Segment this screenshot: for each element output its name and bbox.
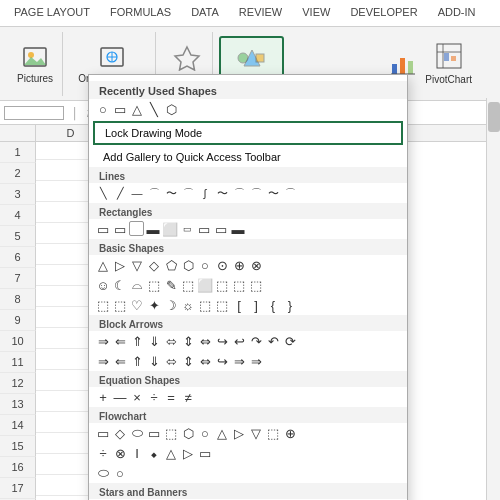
basic-23[interactable]: ♡ (129, 297, 145, 313)
arrow-19[interactable]: ⇔ (197, 353, 213, 369)
eq-2[interactable]: — (112, 389, 128, 405)
line-shape-11[interactable]: 〜 (265, 185, 281, 201)
arrow-16[interactable]: ⇓ (146, 353, 162, 369)
rect-2[interactable]: ▭ (112, 221, 128, 237)
tab-formulas[interactable]: FORMULAS (100, 0, 181, 26)
basic-20[interactable]: ⬚ (248, 277, 264, 293)
eq-1[interactable]: + (95, 389, 111, 405)
line-shape-7[interactable]: ∫ (197, 185, 213, 201)
line-shape-6[interactable]: ⌒ (180, 185, 196, 201)
basic-14[interactable]: ⬚ (146, 277, 162, 293)
recent-shape-3[interactable]: △ (129, 101, 145, 117)
line-shape-2[interactable]: ╱ (112, 185, 128, 201)
arrow-1[interactable]: ⇒ (95, 333, 111, 349)
flow-15[interactable]: I (129, 445, 145, 461)
arrow-2[interactable]: ⇐ (112, 333, 128, 349)
flow-10[interactable]: ▽ (248, 425, 264, 441)
basic-26[interactable]: ☼ (180, 297, 196, 313)
basic-4[interactable]: ◇ (146, 257, 162, 273)
basic-1[interactable]: △ (95, 257, 111, 273)
flow-11[interactable]: ⬚ (265, 425, 281, 441)
rect-9[interactable]: ▬ (230, 221, 246, 237)
flow-6[interactable]: ⬡ (180, 425, 196, 441)
eq-3[interactable]: × (129, 389, 145, 405)
arrow-11[interactable]: ↶ (265, 333, 281, 349)
eq-4[interactable]: ÷ (146, 389, 162, 405)
recent-shape-1[interactable]: ○ (95, 101, 111, 117)
line-shape-3[interactable]: — (129, 185, 145, 201)
flow-12[interactable]: ⊕ (282, 425, 298, 441)
flow-18[interactable]: ▷ (180, 445, 196, 461)
recent-shape-2[interactable]: ▭ (112, 101, 128, 117)
tab-add-in[interactable]: ADD-IN (428, 0, 486, 26)
flow-4[interactable]: ▭ (146, 425, 162, 441)
arrow-5[interactable]: ⬄ (163, 333, 179, 349)
recent-shape-5[interactable]: ⬡ (163, 101, 179, 117)
rect-8[interactable]: ▭ (213, 221, 229, 237)
arrow-4[interactable]: ⇓ (146, 333, 162, 349)
basic-5[interactable]: ⬠ (163, 257, 179, 273)
basic-11[interactable]: ☺ (95, 277, 111, 293)
basic-2[interactable]: ▷ (112, 257, 128, 273)
arrow-3[interactable]: ⇑ (129, 333, 145, 349)
basic-19[interactable]: ⬚ (231, 277, 247, 293)
basic-7[interactable]: ○ (197, 257, 213, 273)
flow-9[interactable]: ▷ (231, 425, 247, 441)
line-shape-9[interactable]: ⌒ (231, 185, 247, 201)
flow-1[interactable]: ▭ (95, 425, 111, 441)
basic-30[interactable]: ] (248, 297, 264, 313)
basic-6[interactable]: ⬡ (180, 257, 196, 273)
basic-18[interactable]: ⬚ (214, 277, 230, 293)
flow-8[interactable]: △ (214, 425, 230, 441)
basic-31[interactable]: { (265, 297, 281, 313)
rect-6[interactable]: ▭ (179, 221, 195, 237)
tab-review[interactable]: REVIEW (229, 0, 292, 26)
basic-21[interactable]: ⬚ (95, 297, 111, 313)
lock-drawing-mode-item[interactable]: Lock Drawing Mode (93, 121, 403, 145)
line-shape-1[interactable]: ╲ (95, 185, 111, 201)
basic-9[interactable]: ⊕ (231, 257, 247, 273)
line-shape-8[interactable]: 〜 (214, 185, 230, 201)
eq-6[interactable]: ≠ (180, 389, 196, 405)
basic-12[interactable]: ☾ (112, 277, 128, 293)
name-box[interactable] (4, 106, 64, 120)
arrow-14[interactable]: ⇐ (112, 353, 128, 369)
basic-16[interactable]: ⬚ (180, 277, 196, 293)
flow-13[interactable]: ÷ (95, 445, 111, 461)
arrow-10[interactable]: ↷ (248, 333, 264, 349)
flow-16[interactable]: ⬥ (146, 445, 162, 461)
basic-24[interactable]: ✦ (146, 297, 162, 313)
arrow-15[interactable]: ⇑ (129, 353, 145, 369)
basic-27[interactable]: ⬚ (197, 297, 213, 313)
line-shape-10[interactable]: ⌒ (248, 185, 264, 201)
eq-5[interactable]: = (163, 389, 179, 405)
line-shape-12[interactable]: ⌒ (282, 185, 298, 201)
flow-14[interactable]: ⊗ (112, 445, 128, 461)
basic-32[interactable]: } (282, 297, 298, 313)
flow-17[interactable]: △ (163, 445, 179, 461)
arrow-22[interactable]: ⇒ (248, 353, 264, 369)
flow-5[interactable]: ⬚ (163, 425, 179, 441)
flow-2[interactable]: ◇ (112, 425, 128, 441)
tab-page-layout[interactable]: PAGE LAYOUT (4, 0, 100, 26)
flow-20[interactable]: ⬭ (95, 465, 111, 481)
arrow-18[interactable]: ⇕ (180, 353, 196, 369)
arrow-17[interactable]: ⬄ (163, 353, 179, 369)
arrow-12[interactable]: ⟳ (282, 333, 298, 349)
basic-22[interactable]: ⬚ (112, 297, 128, 313)
add-gallery-item[interactable]: Add Gallery to Quick Access Toolbar (89, 147, 407, 167)
tab-developer[interactable]: DEVELOPER (340, 0, 427, 26)
line-shape-5[interactable]: 〜 (163, 185, 179, 201)
basic-3[interactable]: ▽ (129, 257, 145, 273)
rect-4[interactable]: ▬ (145, 221, 161, 237)
arrow-20[interactable]: ↪ (214, 353, 230, 369)
basic-25[interactable]: ☽ (163, 297, 179, 313)
arrow-21[interactable]: ⇒ (231, 353, 247, 369)
rect-7[interactable]: ▭ (196, 221, 212, 237)
right-scrollbar[interactable] (486, 98, 500, 500)
flow-19[interactable]: ▭ (197, 445, 213, 461)
arrow-8[interactable]: ↪ (214, 333, 230, 349)
tab-view[interactable]: VIEW (292, 0, 340, 26)
arrow-9[interactable]: ↩ (231, 333, 247, 349)
basic-8[interactable]: ⊙ (214, 257, 230, 273)
